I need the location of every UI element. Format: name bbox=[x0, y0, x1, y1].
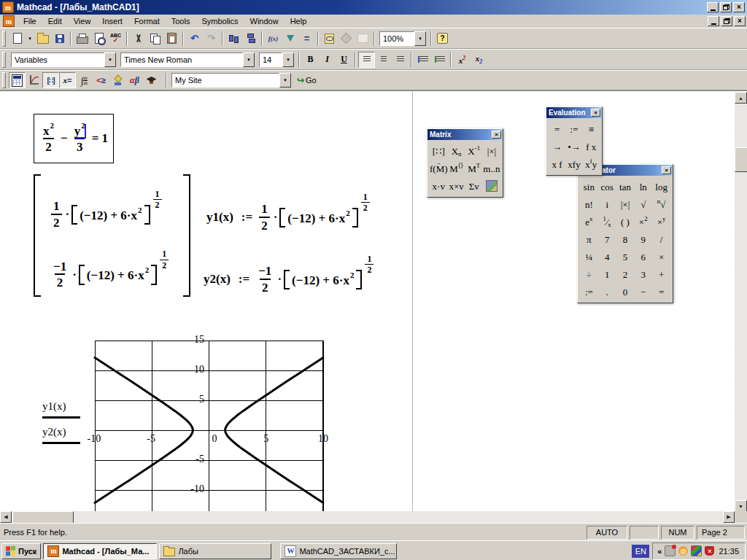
six-key[interactable]: 6 bbox=[634, 248, 652, 265]
definition-key[interactable]: := bbox=[565, 120, 582, 138]
tan-key[interactable]: tan bbox=[616, 178, 635, 195]
align-center-button[interactable] bbox=[375, 52, 392, 68]
factorial-key[interactable]: n! bbox=[580, 195, 598, 213]
power-key[interactable]: ×y bbox=[652, 213, 670, 230]
divide-key[interactable]: ÷ bbox=[580, 265, 598, 283]
menu-file[interactable]: File bbox=[18, 15, 42, 27]
exponential-key[interactable]: ex bbox=[580, 213, 598, 230]
calculator-palette[interactable]: Calculator × sincostanlnlogn!i|×|√n√ex1⁄… bbox=[577, 164, 673, 303]
range-variable-key[interactable]: m..n bbox=[483, 160, 500, 177]
graph-toolbar-button[interactable] bbox=[26, 72, 42, 88]
calculate-button[interactable]: = bbox=[298, 31, 315, 47]
three-key[interactable]: 3 bbox=[634, 265, 652, 283]
five-key[interactable]: 5 bbox=[616, 248, 635, 265]
doc-close-button[interactable]: × bbox=[734, 16, 746, 26]
font-size-dropdown-button[interactable]: ▾ bbox=[282, 52, 294, 67]
plus-key[interactable]: + bbox=[652, 265, 670, 283]
font-size-value[interactable]: 14 bbox=[259, 52, 282, 67]
paste-button[interactable] bbox=[163, 31, 180, 47]
tray-messenger-icon[interactable]: @ bbox=[678, 546, 688, 556]
new-button[interactable] bbox=[9, 31, 26, 47]
assign-key[interactable]: := bbox=[580, 283, 598, 300]
equals-key[interactable]: = bbox=[652, 283, 670, 300]
spell-check-button[interactable]: ABC✓ bbox=[107, 31, 124, 47]
menu-view[interactable]: View bbox=[68, 15, 97, 27]
matrix-palette-close-button[interactable]: × bbox=[492, 131, 501, 139]
cos-key[interactable]: cos bbox=[598, 178, 616, 195]
divide-slash-key[interactable]: / bbox=[652, 230, 670, 248]
scroll-down-button[interactable]: ▼ bbox=[735, 500, 747, 512]
picture-key[interactable] bbox=[486, 180, 498, 192]
dot-product-key[interactable]: x·v bbox=[430, 177, 448, 195]
align-down-button[interactable] bbox=[242, 31, 259, 47]
start-button[interactable]: Пуск bbox=[1, 543, 41, 559]
zoom-dropdown-button[interactable]: ▾ bbox=[414, 31, 426, 46]
tray-chevron[interactable]: « bbox=[657, 547, 662, 556]
matrix-palette[interactable]: Matrix × [∷]XnX-1|×|f(M)M⟨⟩MTm..nx·vx×vΣ… bbox=[427, 128, 503, 198]
scroll-left-button[interactable]: ◀ bbox=[0, 511, 12, 523]
superscript-button[interactable]: x2 bbox=[454, 52, 471, 68]
symbolic-toolbar-button[interactable] bbox=[143, 72, 160, 88]
help-button[interactable]: ? bbox=[434, 31, 451, 47]
style-value[interactable]: Variables bbox=[11, 52, 104, 67]
toolbar-grip[interactable] bbox=[2, 72, 6, 88]
tray-security-shield-icon[interactable]: × bbox=[705, 546, 714, 556]
pi-key[interactable]: π bbox=[580, 230, 598, 248]
infix-operator-key[interactable]: xfy bbox=[565, 155, 582, 173]
numbered-list-button[interactable] bbox=[431, 52, 448, 68]
align-across-button[interactable] bbox=[225, 31, 242, 47]
print-preview-button[interactable] bbox=[90, 31, 107, 47]
vertical-scrollbar[interactable]: ▲ ▼ bbox=[735, 92, 747, 512]
sin-key[interactable]: sin bbox=[580, 178, 598, 195]
inverse-key[interactable]: X-1 bbox=[465, 142, 483, 160]
ln-key[interactable]: ln bbox=[634, 178, 652, 195]
calculus-toolbar-button[interactable]: ∫dydx bbox=[76, 72, 93, 88]
bullet-list-button[interactable] bbox=[414, 52, 431, 68]
resource-dropdown-button[interactable]: ▾ bbox=[279, 73, 291, 88]
programming-toolbar-button[interactable] bbox=[109, 72, 126, 88]
subtract-key[interactable]: − bbox=[634, 283, 652, 300]
copy-button[interactable] bbox=[147, 31, 163, 47]
menu-window[interactable]: Window bbox=[244, 15, 285, 27]
keyword-evaluate-key[interactable]: •→ bbox=[565, 138, 582, 155]
cut-button[interactable] bbox=[130, 31, 147, 47]
tray-device-icon[interactable] bbox=[665, 545, 676, 556]
mixed-number-key[interactable]: ¼ bbox=[580, 248, 598, 265]
tray-color-pen-icon[interactable] bbox=[691, 545, 702, 556]
reciprocal-key[interactable]: 1⁄x bbox=[598, 213, 616, 230]
square-key[interactable]: ×2 bbox=[634, 213, 652, 230]
menu-symbolics[interactable]: Symbolics bbox=[196, 15, 244, 27]
task-mathcad[interactable]: m Mathcad - [Лабы_Ма... bbox=[43, 543, 157, 559]
matrix-toolbar-button[interactable]: [∷] bbox=[42, 72, 59, 88]
font-dropdown-button[interactable]: ▾ bbox=[243, 52, 255, 67]
resource-value[interactable]: My Site bbox=[171, 73, 279, 88]
toolbar-grip[interactable] bbox=[2, 52, 6, 68]
zoom-value[interactable]: 100% bbox=[379, 31, 414, 46]
insert-table-button[interactable] bbox=[355, 31, 371, 47]
evaluation-palette-titlebar[interactable]: Evaluation × bbox=[546, 107, 602, 118]
insert-component-button[interactable] bbox=[338, 31, 355, 47]
horizontal-scrollbar[interactable]: ◀ ▶ bbox=[0, 511, 735, 523]
open-button[interactable] bbox=[34, 31, 51, 47]
absolute-value-key[interactable]: |×| bbox=[616, 195, 635, 213]
calculator-toolbar-button[interactable] bbox=[9, 72, 26, 88]
align-right-button[interactable] bbox=[392, 52, 409, 68]
matrix-brackets-key[interactable]: [∷] bbox=[430, 142, 448, 160]
new-dropdown-button[interactable]: ▾ bbox=[26, 31, 34, 47]
nth-root-key[interactable]: n√ bbox=[652, 195, 670, 213]
task-folder[interactable]: Лабы bbox=[159, 543, 271, 559]
xy-plot[interactable]: -10-5051015105-5-10 bbox=[95, 341, 323, 512]
nine-key[interactable]: 9 bbox=[634, 230, 652, 248]
menu-tools[interactable]: Tools bbox=[166, 15, 196, 27]
go-button[interactable]: ↪Go bbox=[293, 72, 320, 88]
function-operator-key[interactable]: f x bbox=[583, 138, 600, 155]
toolbar-grip[interactable] bbox=[2, 31, 6, 47]
evaluation-toolbar-button[interactable]: x= bbox=[59, 72, 76, 88]
calculator-palette-close-button[interactable]: × bbox=[662, 166, 671, 174]
language-indicator[interactable]: EN bbox=[632, 545, 649, 558]
subscript-key[interactable]: Xn bbox=[448, 142, 465, 160]
matrix-column-key[interactable]: M⟨⟩ bbox=[448, 160, 465, 177]
doc-restore-button[interactable] bbox=[721, 16, 732, 26]
boolean-toolbar-button[interactable]: <≥ bbox=[93, 72, 109, 88]
cross-product-key[interactable]: x×v bbox=[448, 177, 465, 195]
